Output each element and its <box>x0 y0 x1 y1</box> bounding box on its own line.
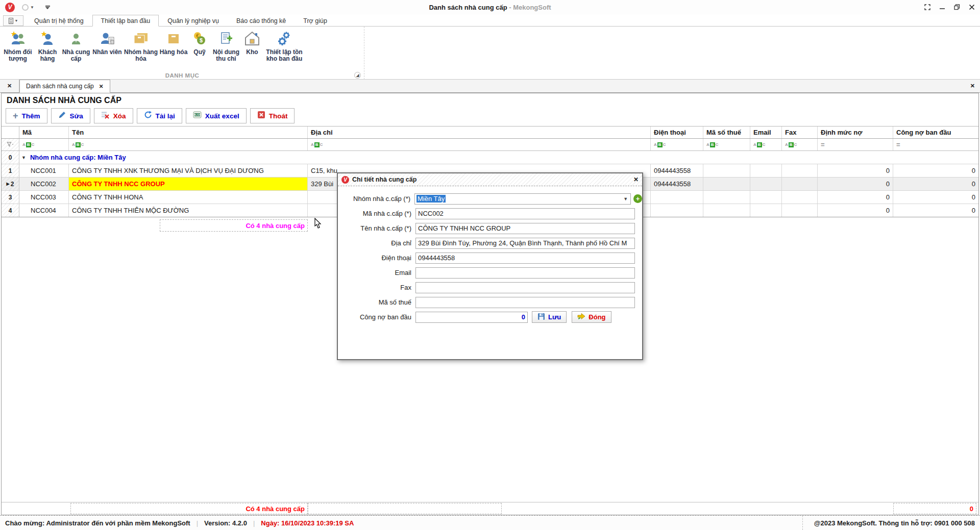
column-header-ten[interactable]: Tên <box>69 127 308 138</box>
ribbon-item-nhom-doi-tuong[interactable]: Nhóm đối tượng <box>2 29 34 62</box>
add-button[interactable]: + Thêm <box>6 108 47 123</box>
ribbon-item-noi-dung-thu-chi[interactable]: Nội dung thu chi <box>210 29 242 62</box>
delete-button[interactable]: Xóa <box>94 108 133 123</box>
supplier-name-input[interactable] <box>415 223 635 234</box>
customer-icon <box>39 30 56 48</box>
group-row[interactable]: 0 ▼ Nhóm nhà cung cấp: Miền Tây <box>2 151 978 164</box>
filter-cell-ten[interactable]: ABC <box>69 139 308 150</box>
column-header-dinh-muc-no[interactable]: Định mức nợ <box>818 127 893 138</box>
filter-cell-ma[interactable]: ABC <box>19 139 69 150</box>
column-header-dien-thoai[interactable]: Điện thoại <box>651 127 703 138</box>
collapse-triangle-icon[interactable]: ▼ <box>21 155 26 160</box>
edit-button-label: Sửa <box>70 112 83 120</box>
minimize-icon[interactable] <box>939 4 945 11</box>
app-logo-icon: V <box>341 176 349 184</box>
total-debt-cell: 0 <box>893 503 976 514</box>
tab-bao-cao-thong-ke[interactable]: Báo cáo thống kê <box>228 15 295 26</box>
field-label: Fax <box>338 284 415 291</box>
email-input[interactable] <box>415 267 635 279</box>
customize-toolbar-icon[interactable] <box>45 6 50 9</box>
initial-debt-input[interactable] <box>415 312 528 323</box>
status-bar: Chào mừng: Administrator đến với phần mề… <box>0 515 980 530</box>
export-excel-button[interactable]: XLSX Xuất excel <box>186 108 247 123</box>
initial-stock-icon <box>276 30 293 48</box>
header-indicator-cell <box>2 127 19 138</box>
ribbon-item-quy[interactable]: € $ Quỹ <box>189 29 210 56</box>
column-header-ma[interactable]: Mã <box>19 127 69 138</box>
ribbon-item-nhom-hang-hoa[interactable]: Nhóm hàng hóa <box>124 29 158 62</box>
ribbon-item-nhan-vien[interactable]: Nhân viên <box>91 29 124 56</box>
tab-thiet-lap-ban-dau[interactable]: Thiết lập ban đầu <box>92 15 159 27</box>
tab-tro-giup[interactable]: Trợ giúp <box>295 15 336 26</box>
reload-button[interactable]: Tải lại <box>137 108 182 123</box>
filter-cell-cong-no[interactable]: = <box>893 139 978 150</box>
receipt-content-icon <box>217 30 235 48</box>
cell-dien-thoai: 0944443558 <box>651 164 703 177</box>
cell-ma-so-thue <box>703 178 750 190</box>
ribbon-item-nha-cung-cap[interactable]: Nhà cung cấp <box>61 29 91 62</box>
phone-input[interactable] <box>415 253 635 264</box>
dialog-close-icon[interactable]: ✕ <box>633 176 639 183</box>
column-header-dia-chi[interactable]: Địa chỉ <box>308 127 651 138</box>
group-dialog-launcher-icon[interactable]: ◢ <box>354 72 361 79</box>
address-input[interactable] <box>415 238 635 249</box>
filter-cell-dia-chi[interactable]: ABC <box>308 139 651 150</box>
cell-ten: CÔNG TY TNHH HONA <box>69 191 308 204</box>
doc-tab-danh-sach-nha-cung-cap[interactable]: Danh sách nhà cung cấp ✕ <box>19 80 110 93</box>
edit-button[interactable]: Sửa <box>51 108 90 123</box>
cell-dien-thoai <box>651 191 703 204</box>
field-label: Mã nhà c.cấp (*) <box>338 210 415 217</box>
row-indicator-focused: ▶2 <box>2 178 19 190</box>
quick-access-dropdown-icon[interactable]: ▼ <box>30 5 34 10</box>
app-logo-icon[interactable]: V <box>5 3 15 12</box>
cell-fax <box>782 164 818 177</box>
ribbon-item-khach-hang[interactable]: Khách hàng <box>34 29 61 62</box>
column-header-email[interactable]: Email <box>750 127 782 138</box>
separator: | <box>197 519 198 527</box>
ribbon-item-thiet-lap-ton-kho[interactable]: Thiết lập tồn kho ban đầu <box>262 29 306 62</box>
quick-access-circle-icon[interactable] <box>22 4 29 11</box>
column-header-ma-so-thue[interactable]: Mã số thuế <box>703 127 750 138</box>
fit-screen-icon[interactable] <box>924 4 930 11</box>
supplier-group-combobox[interactable]: Miền Tây ▼ <box>414 193 631 205</box>
column-header-fax[interactable]: Fax <box>782 127 818 138</box>
filter-cell-dien-thoai[interactable]: ABC <box>651 139 703 150</box>
app-menu-button[interactable]: ▼ <box>3 15 23 26</box>
close-all-tabs-icon[interactable]: ✕ <box>0 80 19 92</box>
close-dialog-button[interactable]: Đóng <box>572 311 611 323</box>
focus-arrow-icon: ▶ <box>7 182 10 186</box>
cell-fax <box>782 178 818 190</box>
supplier-code-input[interactable] <box>415 208 635 219</box>
close-panel-icon[interactable]: ✕ <box>970 80 975 92</box>
ribbon-group-danh-muc: Nhóm đối tượng Khách hàng <box>0 27 364 80</box>
restore-icon[interactable] <box>953 4 960 11</box>
grid-total-footer: Có 4 nhà cung cấp 0 <box>2 502 978 515</box>
tab-quan-ly-nghiep-vu[interactable]: Quản lý nghiệp vụ <box>159 15 228 26</box>
close-icon[interactable] <box>968 4 975 11</box>
save-button[interactable]: Lưu <box>532 311 567 323</box>
fax-input[interactable] <box>415 282 635 293</box>
column-header-cong-no-ban-dau[interactable]: Công nợ ban đầu <box>893 127 978 138</box>
add-group-plus-icon[interactable]: + <box>633 194 642 203</box>
ribbon-item-label: Nhà cung cấp <box>61 49 91 62</box>
plus-icon: + <box>13 112 18 119</box>
filter-cell-email[interactable]: ABC <box>750 139 782 150</box>
ribbon-item-label: Khách hàng <box>34 49 61 62</box>
equals-filter-icon: = <box>896 141 900 148</box>
dialog-header[interactable]: V Chi tiết nhà cung cấp ✕ <box>338 173 642 186</box>
ribbon-item-hang-hoa[interactable]: Hàng hóa <box>158 29 189 56</box>
exit-button[interactable]: Thoát <box>250 108 295 123</box>
filter-cell-fax[interactable]: ABC <box>782 139 818 150</box>
cell-email <box>750 191 782 204</box>
cell-fax <box>782 191 818 204</box>
close-tab-icon[interactable]: ✕ <box>99 83 104 89</box>
filter-cell-ma-so-thue[interactable]: ABC <box>703 139 750 150</box>
chevron-down-icon[interactable]: ▼ <box>623 196 628 201</box>
reload-button-label: Tải lại <box>156 112 175 120</box>
ribbon-item-kho[interactable]: Kho <box>242 29 262 56</box>
filter-funnel-icon[interactable] <box>2 139 19 150</box>
tax-code-input[interactable] <box>415 297 635 308</box>
filter-cell-dinh-muc-no[interactable]: = <box>818 139 893 150</box>
tab-quan-tri-he-thong[interactable]: Quản trị hệ thống <box>26 15 92 26</box>
field-ma-so-thue: Mã số thuế <box>338 296 642 308</box>
